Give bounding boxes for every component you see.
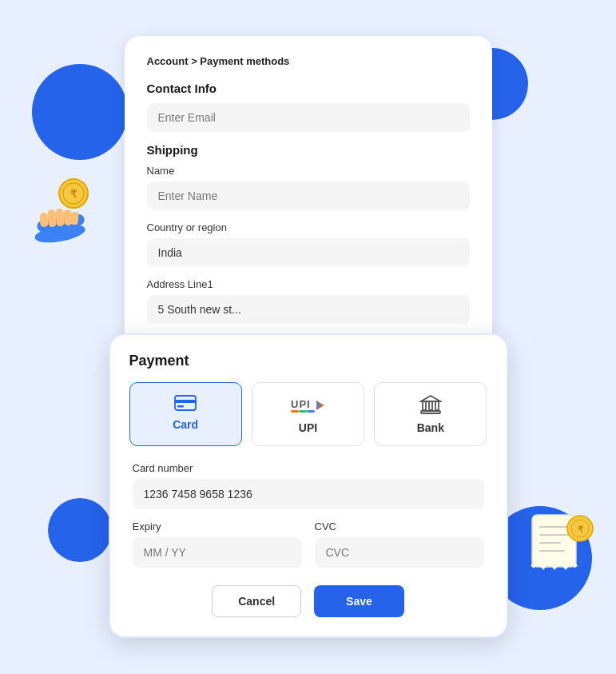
receipt-coin-icon: ₹ xyxy=(528,511,600,578)
name-label: Name xyxy=(147,165,470,177)
svg-rect-31 xyxy=(421,411,440,413)
tab-card[interactable]: Card xyxy=(129,382,242,446)
tab-bank[interactable]: Bank xyxy=(374,382,487,446)
hand-coin-icon: ₹ xyxy=(24,176,104,251)
svg-rect-24 xyxy=(307,410,315,413)
country-label: Country or region xyxy=(147,221,470,233)
form-card: Account > Payment methods Contact Info S… xyxy=(125,36,492,357)
expiry-input[interactable] xyxy=(133,537,302,568)
cvc-group: CVC xyxy=(315,520,484,568)
breadcrumb-separator: > xyxy=(191,55,200,67)
card-row-fields: Expiry CVC xyxy=(133,520,484,568)
upi-logo-svg: UPI xyxy=(288,394,328,415)
tab-upi-label: UPI xyxy=(299,421,317,434)
blob-bottom-left xyxy=(48,498,112,562)
payment-card: Payment Card UPI xyxy=(109,333,508,638)
svg-text:₹: ₹ xyxy=(578,524,583,534)
svg-rect-29 xyxy=(429,401,432,410)
breadcrumb-account: Account xyxy=(147,55,189,67)
card-section: Card number Expiry CVC Cancel Save xyxy=(129,462,487,617)
tab-card-label: Card xyxy=(173,418,198,431)
country-input[interactable] xyxy=(147,238,470,267)
expiry-label: Expiry xyxy=(133,520,302,532)
cvc-label: CVC xyxy=(315,520,484,532)
expiry-group: Expiry xyxy=(133,520,302,568)
cvc-input[interactable] xyxy=(315,537,484,568)
payment-tabs: Card UPI xyxy=(129,382,487,446)
contact-info-title: Contact Info xyxy=(147,82,470,95)
card-number-input[interactable] xyxy=(133,479,484,509)
svg-rect-20 xyxy=(177,405,184,408)
main-container: Account > Payment methods Contact Info S… xyxy=(117,36,500,638)
tab-upi[interactable]: UPI UPI xyxy=(252,382,364,446)
svg-text:UPI: UPI xyxy=(291,398,311,410)
payment-title: Payment xyxy=(129,353,487,369)
breadcrumb: Account > Payment methods xyxy=(147,55,470,67)
email-input[interactable] xyxy=(147,103,470,132)
blob-top-left xyxy=(32,64,128,160)
save-button[interactable]: Save xyxy=(314,585,404,617)
upi-logo: UPI xyxy=(288,394,328,415)
svg-rect-28 xyxy=(423,401,426,410)
button-row: Cancel Save xyxy=(133,585,484,617)
svg-rect-9 xyxy=(70,212,78,225)
cancel-button[interactable]: Cancel xyxy=(212,585,301,617)
tab-bank-label: Bank xyxy=(417,421,444,434)
card-icon xyxy=(174,394,197,412)
svg-rect-22 xyxy=(291,410,299,413)
address-input[interactable] xyxy=(147,295,470,324)
svg-marker-27 xyxy=(421,396,440,401)
svg-rect-23 xyxy=(299,410,307,413)
name-input[interactable] xyxy=(147,181,470,210)
svg-marker-26 xyxy=(316,401,322,410)
card-number-label: Card number xyxy=(133,462,484,474)
svg-text:₹: ₹ xyxy=(70,188,77,200)
breadcrumb-page: Payment methods xyxy=(200,55,289,67)
svg-rect-30 xyxy=(435,401,439,410)
shipping-title: Shipping xyxy=(147,143,470,157)
address-label: Address Line1 xyxy=(147,278,470,290)
svg-rect-19 xyxy=(175,400,196,403)
bank-icon xyxy=(419,394,442,415)
